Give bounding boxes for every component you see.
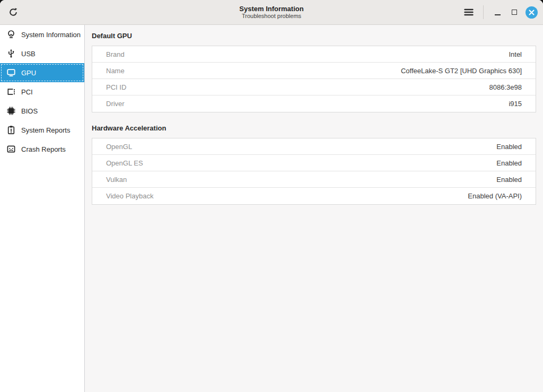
window-subtitle: Troubleshoot problems [239,13,303,20]
maximize-icon [512,10,517,15]
table-row-brand: Brand Intel [92,46,536,63]
sidebar-item-label: System Reports [21,126,70,134]
sidebar-item-label: System Information [21,31,81,39]
table-row-vulkan: Vulkan Enabled [92,171,536,188]
row-value: 8086:3e98 [489,83,522,91]
header-separator [483,5,484,19]
row-label: OpenGL [106,143,132,151]
section-hardware-acceleration: Hardware Acceleration OpenGL Enabled Ope… [92,124,536,205]
row-label: Name [106,67,125,75]
section-default-gpu: Default GPU Brand Intel Name CoffeeLake-… [92,32,536,112]
sidebar-item-crash-reports[interactable]: Crash Reports [0,140,84,159]
row-label: Vulkan [106,176,127,184]
bulb-icon [6,30,16,39]
maximize-button[interactable] [507,5,522,20]
refresh-icon [8,7,19,18]
table-row-driver: Driver i915 [92,95,536,112]
window-title-block: System Information Troubleshoot problems [239,5,303,20]
sidebar-item-pci[interactable]: PCI [0,82,84,101]
sidebar: System Information USB GPU PCI BIOS Syst… [0,25,85,392]
sidebar-item-gpu[interactable]: GPU [0,63,84,82]
close-icon [526,6,538,19]
window-title: System Information [239,5,303,13]
info-table: OpenGL Enabled OpenGL ES Enabled Vulkan … [92,138,536,205]
main-content: Default GPU Brand Intel Name CoffeeLake-… [85,25,543,392]
sidebar-item-system-information[interactable]: System Information [0,25,84,44]
display-icon [6,68,16,77]
row-value: i915 [509,100,522,108]
chip-icon [6,106,16,116]
row-value: Enabled (VA-API) [468,192,522,200]
app-body: System Information USB GPU PCI BIOS Syst… [0,25,543,392]
row-label: Brand [106,50,125,58]
refresh-button[interactable] [4,4,22,21]
crash-face-icon [6,144,16,154]
hamburger-menu-icon [463,7,474,18]
app-window: System Information Troubleshoot problems [0,0,543,392]
pci-card-icon [6,87,16,97]
table-row-pci-id: PCI ID 8086:3e98 [92,79,536,95]
table-row-opengl: OpenGL Enabled [92,138,536,155]
close-button[interactable] [524,5,539,20]
table-row-video-playback: Video Playback Enabled (VA-API) [92,188,536,204]
header-controls [460,4,539,21]
minimize-icon [495,14,501,15]
section-title: Default GPU [92,32,536,40]
sidebar-item-bios[interactable]: BIOS [0,101,84,120]
menu-button[interactable] [460,4,478,21]
minimize-button[interactable] [490,5,505,20]
sidebar-item-usb[interactable]: USB [0,44,84,63]
sidebar-item-label: USB [21,50,36,58]
clipboard-report-icon [6,125,16,135]
sidebar-item-label: BIOS [21,107,38,115]
row-value: Enabled [496,143,522,151]
row-value: Intel [509,50,522,58]
sidebar-item-label: GPU [21,69,36,77]
row-label: Video Playback [106,192,153,200]
header-bar: System Information Troubleshoot problems [0,0,543,25]
info-table: Brand Intel Name CoffeeLake-S GT2 [UHD G… [92,46,536,112]
row-value: CoffeeLake-S GT2 [UHD Graphics 630] [401,67,522,75]
section-title: Hardware Acceleration [92,124,536,133]
row-label: Driver [106,100,125,108]
sidebar-item-label: PCI [21,88,33,96]
sidebar-item-system-reports[interactable]: System Reports [0,120,84,140]
row-label: PCI ID [106,83,126,91]
table-row-opengl-es: OpenGL ES Enabled [92,155,536,171]
sidebar-item-label: Crash Reports [21,145,66,153]
row-value: Enabled [496,159,522,167]
row-value: Enabled [496,176,522,184]
table-row-name: Name CoffeeLake-S GT2 [UHD Graphics 630] [92,63,536,79]
row-label: OpenGL ES [106,159,143,167]
usb-icon [6,49,16,58]
